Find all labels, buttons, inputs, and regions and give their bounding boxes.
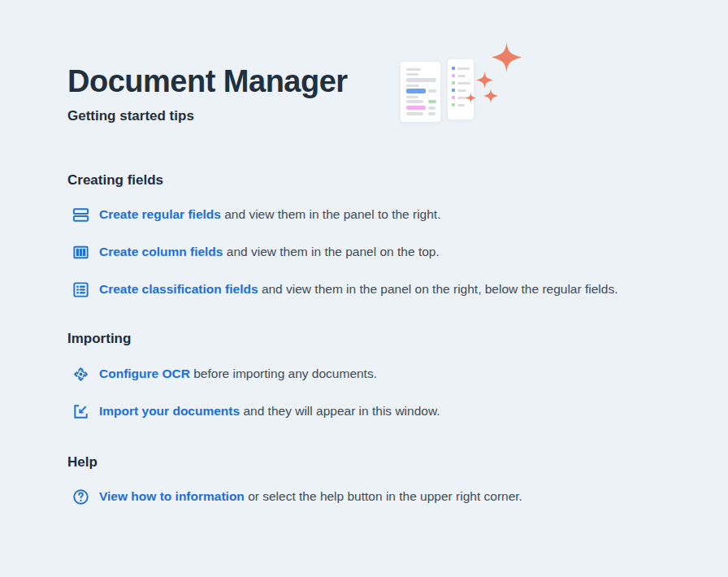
getting-started-page: Document Manager Getting started tips [0, 0, 728, 577]
sparkle-icon [476, 72, 493, 89]
configure-ocr-icon [72, 365, 90, 384]
sparkle-icon [466, 93, 476, 103]
document-card-small [448, 59, 474, 119]
configure-ocr-link[interactable]: Configure OCR [99, 367, 190, 380]
section-heading-creating-fields: Creating fields [67, 172, 163, 189]
sparkle-icon [492, 39, 522, 76]
documents-sparkles-illustration [396, 37, 543, 130]
create-regular-fields-link[interactable]: Create regular fields [99, 207, 221, 221]
tip-description: before importing any documents. [193, 367, 377, 380]
tip-description: and they will appear in this window. [243, 404, 440, 418]
tip-description: and view them in the panel on the top. [227, 245, 440, 258]
page-title: Document Manager [67, 65, 348, 99]
classification-fields-icon [72, 280, 90, 299]
tip-row-column-fields: Create column fields and view them in th… [72, 241, 440, 262]
sparkle-icon [483, 89, 498, 103]
tip-row-configure-ocr: Configure OCR before importing any docum… [72, 363, 377, 384]
tip-description: and view them in the panel to the right. [224, 207, 440, 221]
tip-text: Create regular fields and view them in t… [99, 207, 440, 222]
tip-text: View how to information or select the he… [99, 489, 522, 504]
tip-row-classification-fields: Create classification fields and view th… [72, 279, 618, 300]
tip-text: Import your documents and they will appe… [99, 404, 440, 419]
tip-description: or select the help button in the upper r… [248, 489, 522, 503]
tip-row-import-documents: Import your documents and they will appe… [72, 401, 440, 422]
create-column-fields-link[interactable]: Create column fields [99, 245, 223, 258]
page-subtitle: Getting started tips [67, 108, 194, 124]
create-classification-fields-link[interactable]: Create classification fields [99, 282, 258, 296]
column-fields-icon [72, 243, 90, 262]
help-icon [72, 488, 90, 506]
section-heading-importing: Importing [67, 331, 131, 347]
view-how-to-information-link[interactable]: View how to information [99, 489, 245, 503]
regular-fields-icon [72, 206, 90, 224]
tip-text: Configure OCR before importing any docum… [99, 367, 377, 381]
tip-text: Create column fields and view them in th… [99, 245, 440, 259]
tip-text: Create classification fields and view th… [99, 282, 618, 297]
import-your-documents-link[interactable]: Import your documents [99, 404, 240, 418]
import-documents-icon [72, 402, 90, 421]
section-heading-help: Help [67, 454, 98, 471]
tip-row-regular-fields: Create regular fields and view them in t… [72, 204, 440, 225]
document-card-large [401, 62, 440, 122]
tip-row-view-how-to: View how to information or select the he… [72, 486, 522, 507]
tip-description: and view them in the panel on the right,… [262, 282, 618, 296]
